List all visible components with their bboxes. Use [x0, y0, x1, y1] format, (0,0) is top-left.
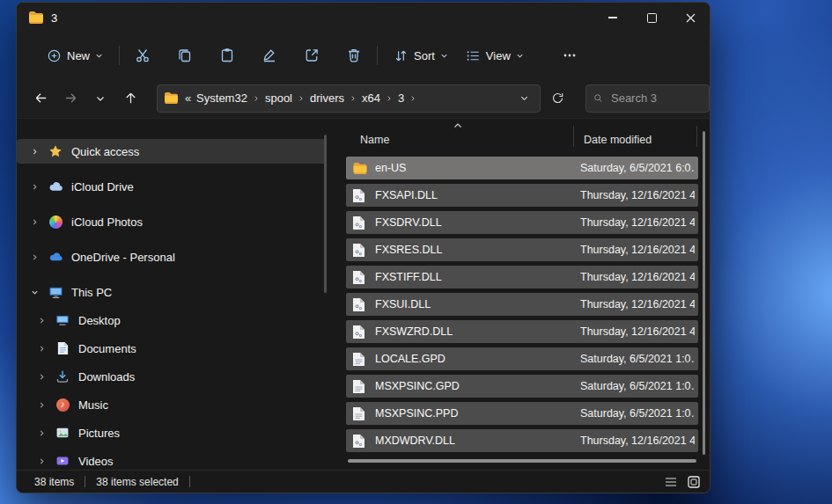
file-date: Thursday, 12/16/2021 4…	[580, 325, 695, 338]
chevron-right-icon[interactable]	[36, 317, 47, 325]
file-date: Thursday, 12/16/2021 4…	[580, 189, 695, 201]
dll-file-icon	[353, 189, 369, 202]
breadcrumb-item[interactable]: 3	[394, 91, 408, 105]
sidebar-item-documents[interactable]: Documents	[17, 336, 327, 361]
details-view-button[interactable]	[662, 474, 680, 490]
onedrive-icon	[47, 250, 64, 265]
breadcrumb-overflow[interactable]: «	[180, 91, 193, 105]
chevron-right-icon[interactable]	[36, 401, 47, 409]
chevron-right-icon[interactable]	[29, 148, 40, 156]
sidebar-item-desktop[interactable]: Desktop	[17, 308, 327, 332]
sidebar-item-videos[interactable]: Videos	[17, 449, 327, 470]
breadcrumb-item[interactable]: x64	[358, 91, 384, 105]
minimize-button[interactable]	[593, 3, 632, 33]
chevron-down-icon[interactable]	[29, 289, 40, 296]
file-name: LOCALE.GPD	[375, 353, 445, 365]
address-dropdown-chevron[interactable]	[516, 93, 533, 103]
address-bar[interactable]: « System32 spool drivers x64 3	[157, 84, 541, 113]
sidebar-item-music[interactable]: ♪ Music	[17, 392, 327, 417]
forward-button[interactable]	[59, 86, 84, 111]
sidebar-scrollbar[interactable]	[324, 135, 327, 293]
sidebar-item-label: Downloads	[78, 370, 135, 383]
file-icon	[353, 380, 369, 393]
sidebar-item-pictures[interactable]: Pictures	[17, 420, 327, 445]
file-row[interactable]: MXDWDRV.DLL Thursday, 12/16/2021 4…	[346, 429, 698, 452]
more-options-button[interactable]	[554, 40, 585, 70]
column-divider[interactable]	[696, 126, 697, 147]
breadcrumb-item[interactable]: spool	[261, 91, 296, 105]
file-row[interactable]: FXSTIFF.DLL Thursday, 12/16/2021 4…	[346, 266, 698, 289]
close-button[interactable]	[671, 3, 710, 33]
chevron-right-icon[interactable]	[36, 457, 47, 465]
vertical-scrollbar[interactable]	[703, 131, 705, 455]
file-name: FXSTIFF.DLL	[375, 271, 442, 283]
column-header-name[interactable]: Name	[360, 134, 389, 146]
file-row[interactable]: MSXPSINC.PPD Saturday, 6/5/2021 1:0…	[346, 402, 698, 425]
view-button[interactable]: View	[457, 40, 533, 70]
back-button[interactable]	[29, 86, 54, 111]
window-title: 3	[51, 11, 57, 25]
thumbnail-view-button[interactable]	[685, 474, 703, 490]
chevron-right-icon[interactable]	[348, 95, 358, 102]
file-row[interactable]: FXSDRV.DLL Thursday, 12/16/2021 4…	[346, 211, 698, 234]
column-divider[interactable]	[573, 126, 574, 147]
chevron-down-icon	[95, 52, 103, 60]
horizontal-scrollbar[interactable]	[348, 459, 696, 463]
chevron-right-icon[interactable]	[36, 345, 47, 353]
file-name: FXSAPI.DLL	[375, 189, 438, 201]
picture-icon	[54, 426, 71, 440]
chevron-right-icon[interactable]	[296, 95, 306, 102]
chevron-right-icon[interactable]	[29, 218, 40, 226]
download-icon	[54, 369, 71, 383]
search-input[interactable]	[609, 91, 702, 106]
dll-file-icon	[353, 298, 369, 311]
sort-button[interactable]: Sort	[385, 40, 457, 70]
column-header-date[interactable]: Date modified	[584, 134, 652, 146]
folder-icon	[165, 92, 178, 104]
sidebar-item-onedrive[interactable]: OneDrive - Personal	[17, 245, 327, 269]
sidebar-item-label: Videos	[78, 455, 114, 468]
chevron-right-icon[interactable]	[29, 183, 40, 191]
sidebar-item-icloud-drive[interactable]: iCloud Drive	[17, 174, 327, 199]
sidebar-item-label: iCloud Photos	[71, 215, 143, 229]
sidebar-item-icloud-photos[interactable]: iCloud Photos	[17, 209, 327, 234]
sidebar-item-this-pc[interactable]: This PC	[17, 280, 327, 304]
recent-locations-button[interactable]	[88, 86, 113, 111]
breadcrumb-item[interactable]: drivers	[306, 91, 348, 105]
delete-button[interactable]	[338, 40, 370, 70]
dll-file-icon	[353, 271, 369, 284]
arrow-left-icon	[33, 91, 48, 106]
share-button[interactable]	[296, 40, 328, 70]
chevron-right-icon[interactable]	[36, 373, 47, 381]
file-row[interactable]: MSXPSINC.GPD Saturday, 6/5/2021 1:0…	[346, 375, 698, 398]
file-row[interactable]: en-US Saturday, 6/5/2021 6:0…	[346, 157, 698, 179]
up-button[interactable]	[118, 86, 143, 111]
copy-button[interactable]	[169, 40, 201, 70]
chevron-right-icon[interactable]	[408, 95, 418, 102]
desktop-icon	[54, 313, 71, 327]
file-row[interactable]: FXSUI.DLL Thursday, 12/16/2021 4…	[346, 293, 698, 316]
star-icon	[47, 144, 64, 158]
file-date: Saturday, 6/5/2021 1:0…	[580, 407, 695, 420]
file-explorer-window: 3 New	[16, 2, 711, 493]
breadcrumb-item[interactable]: System32	[193, 91, 251, 105]
chevron-right-icon[interactable]	[251, 95, 261, 102]
chevron-right-icon[interactable]	[29, 253, 40, 261]
sidebar-item-quick-access[interactable]: Quick access	[17, 139, 327, 164]
chevron-right-icon[interactable]	[36, 429, 47, 437]
file-row[interactable]: FXSWZRD.DLL Thursday, 12/16/2021 4…	[346, 320, 698, 343]
new-button[interactable]: New	[38, 40, 112, 70]
refresh-button[interactable]	[546, 86, 571, 111]
paste-button[interactable]	[211, 40, 243, 70]
search-box[interactable]	[585, 84, 710, 113]
file-row[interactable]: LOCALE.GPD Saturday, 6/5/2021 1:0…	[346, 347, 698, 370]
rename-button[interactable]	[254, 40, 285, 70]
maximize-button[interactable]	[632, 3, 671, 33]
chevron-down-icon	[440, 52, 448, 60]
cut-button[interactable]	[127, 40, 158, 70]
file-row[interactable]: FXSAPI.DLL Thursday, 12/16/2021 4…	[346, 184, 698, 207]
chevron-right-icon[interactable]	[384, 95, 394, 102]
document-icon	[54, 341, 71, 355]
file-row[interactable]: FXSRES.DLL Thursday, 12/16/2021 4…	[346, 238, 698, 261]
sidebar-item-downloads[interactable]: Downloads	[17, 364, 327, 389]
